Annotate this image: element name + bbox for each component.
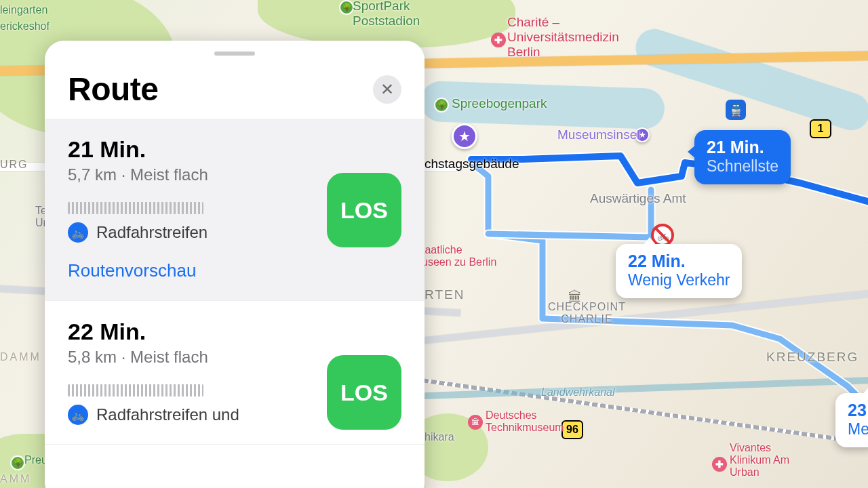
park-icon[interactable]: 🌳 xyxy=(434,98,449,113)
go-button[interactable]: LOS xyxy=(327,355,401,430)
drag-handle[interactable] xyxy=(214,52,255,56)
transit-station-icon[interactable]: 🚆 xyxy=(726,100,746,120)
poi-start-pin[interactable]: ★ xyxy=(452,123,477,149)
close-button[interactable]: ✕ xyxy=(373,75,401,104)
map-label-spreebogen: Spreebogenpark xyxy=(452,96,547,111)
hospital-icon[interactable]: ✚ xyxy=(712,457,727,472)
route-callout-third[interactable]: 23 Mei xyxy=(835,393,868,447)
map-label: AMM xyxy=(0,473,31,485)
museum-icon[interactable]: 🏛 xyxy=(468,415,483,430)
callout-time: 23 xyxy=(848,400,868,420)
route-time: 22 Min. xyxy=(68,319,401,345)
route-callout-main[interactable]: 21 Min. Schnellste xyxy=(694,130,791,184)
go-button[interactable]: LOS xyxy=(327,173,401,247)
route-option-2[interactable]: 22 Min. 5,8 km · Meist flach 🚲 Radfahrst… xyxy=(45,301,425,445)
bicycle-icon: 🚲 xyxy=(68,222,88,243)
route-preview-link[interactable]: Routenvorschau xyxy=(68,260,196,281)
map-label-museumsinsel: Museumsinsel xyxy=(557,127,639,142)
road-shield-1: 1 xyxy=(810,119,831,138)
callout-time: 22 Min. xyxy=(628,251,730,271)
route-callout-alt[interactable]: 22 Min. Wenig Verkehr xyxy=(616,244,742,298)
elevation-profile-icon xyxy=(68,384,203,396)
map-label-auswaertiges: Auswärtiges Amt xyxy=(590,191,686,206)
route-option-1[interactable]: 21 Min. 5,7 km · Meist flach 🚲 Radfahrst… xyxy=(45,119,425,301)
map-label: hikara xyxy=(425,431,454,443)
train-icon: 🚆 xyxy=(729,103,743,117)
close-icon: ✕ xyxy=(380,80,394,99)
map-label: URG xyxy=(0,159,28,171)
lane-info: Radfahrstreifen und xyxy=(96,405,239,424)
map-label-checkpoint: CHECKPOINT CHARLIE xyxy=(548,301,626,325)
star-icon: ★ xyxy=(458,128,471,144)
route-panel[interactable]: Route ✕ 21 Min. 5,7 km · Meist flach 🚲 R… xyxy=(45,41,425,488)
map-label-kreuzberg: KREUZBERG xyxy=(766,350,859,365)
hospital-icon[interactable]: ✚ xyxy=(491,33,506,47)
map-label-museen: taatliche useen zu Berlin xyxy=(422,244,496,268)
map-label: leingarten xyxy=(0,4,47,16)
road-shield-96: 96 xyxy=(561,420,583,439)
park-icon[interactable]: 🌳 xyxy=(339,0,354,15)
map-label-landwehr: Landwehrkanal xyxy=(541,386,615,399)
route-time: 21 Min. xyxy=(68,136,401,163)
elevation-profile-icon xyxy=(68,202,203,214)
map-label-reichstag: chstagsgebäude xyxy=(425,157,519,171)
map-label-tiergarten: RTEN xyxy=(425,287,465,302)
callout-time: 21 Min. xyxy=(707,137,778,157)
map-label-sportpark: SportPark Poststadion xyxy=(353,0,420,28)
map-label: erickeshof xyxy=(0,20,50,33)
panel-title: Route xyxy=(68,70,158,108)
map-label-vivantes: Vivantes Klinikum Am Urban xyxy=(730,442,789,479)
bicycle-icon: 🚲 xyxy=(68,405,88,425)
lane-info: Radfahrstreifen xyxy=(96,223,208,242)
map-label: DAMM xyxy=(0,351,41,363)
callout-tag: Mei xyxy=(848,420,868,439)
callout-tag: Wenig Verkehr xyxy=(628,271,730,290)
park-icon[interactable]: 🌳 xyxy=(10,455,25,470)
map-label-charite: Charité – Universitätsmedizin Berlin xyxy=(507,15,619,60)
callout-tag: Schnellste xyxy=(707,157,778,176)
map-label-technikmuseum: Deutsches Technikmuseum xyxy=(486,409,564,434)
